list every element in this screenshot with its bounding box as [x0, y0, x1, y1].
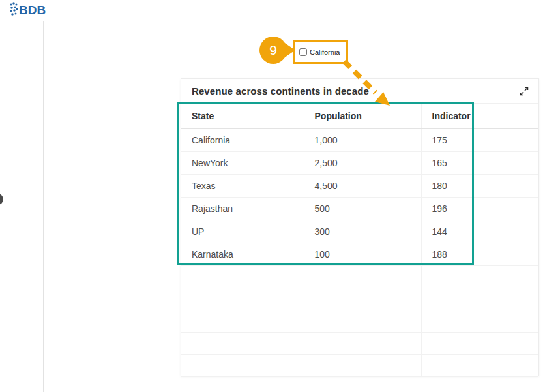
- table-widget-card: Revenue across continents in decade Stat…: [181, 78, 539, 376]
- table-row: Rajasthan 500 196: [181, 197, 538, 220]
- expand-arrows-icon: [519, 86, 529, 97]
- table-row: Karnataka 100 188: [181, 243, 538, 265]
- empty-table-row: [181, 265, 538, 288]
- cell-indicator: 165: [421, 151, 538, 174]
- column-header-indicator: Indicator: [421, 104, 538, 128]
- cell-state: UP: [181, 220, 304, 243]
- empty-table-row: [181, 288, 538, 310]
- table-header-row: State Population Indicator: [181, 104, 538, 128]
- empty-table-row: [181, 354, 538, 376]
- cell-state: Texas: [181, 174, 304, 197]
- bdb-logo[interactable]: BDB: [9, 1, 47, 19]
- cell-indicator: 144: [421, 220, 538, 243]
- widget-header: Revenue across continents in decade: [181, 79, 538, 104]
- svg-text:BDB: BDB: [19, 3, 46, 17]
- cell-indicator: 175: [421, 128, 538, 151]
- widget-title: Revenue across continents in decade: [192, 85, 369, 97]
- cell-state: Karnataka: [181, 243, 304, 265]
- cell-state: Rajasthan: [181, 197, 304, 220]
- column-header-population: Population: [304, 104, 421, 128]
- bdb-logo-icon: BDB: [9, 1, 47, 19]
- sidebar-toggle-handle[interactable]: [0, 194, 3, 205]
- cell-state: California: [181, 128, 304, 151]
- cell-population: 100: [304, 243, 421, 265]
- cell-population: 2,500: [304, 151, 421, 174]
- cell-population: 300: [304, 220, 421, 243]
- column-header-state: State: [181, 104, 304, 128]
- cell-population: 1,000: [304, 128, 421, 151]
- table-row: NewYork 2,500 165: [181, 151, 538, 174]
- cell-population: 500: [304, 197, 421, 220]
- table-row: California 1,000 175: [181, 128, 538, 151]
- expand-button[interactable]: [518, 85, 531, 98]
- empty-table-row: [181, 310, 538, 332]
- table-row: Texas 4,500 180: [181, 174, 538, 197]
- cell-population: 4,500: [304, 174, 421, 197]
- california-checkbox-label[interactable]: California: [310, 48, 340, 56]
- california-checkbox-callout: California: [293, 40, 348, 64]
- step-number: 9: [269, 42, 277, 58]
- sidebar: [0, 21, 44, 392]
- cell-state: NewYork: [181, 151, 304, 174]
- california-checkbox[interactable]: [299, 48, 307, 56]
- cell-indicator: 196: [421, 197, 538, 220]
- table-row: UP 300 144: [181, 220, 538, 243]
- cell-indicator: 180: [421, 174, 538, 197]
- cell-indicator: 188: [421, 243, 538, 265]
- data-table: State Population Indicator California 1,…: [181, 104, 538, 377]
- top-header: BDB: [0, 0, 560, 20]
- empty-table-row: [181, 332, 538, 354]
